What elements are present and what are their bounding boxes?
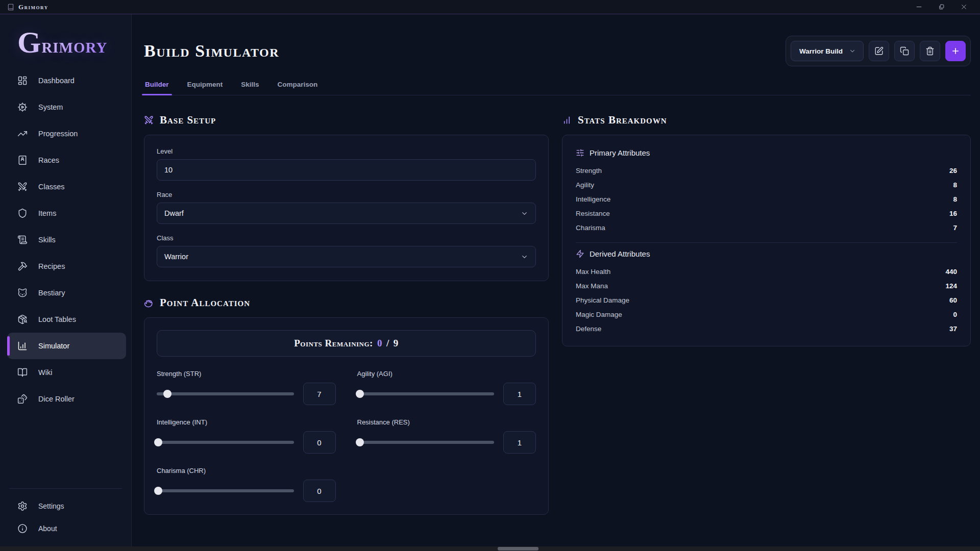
points-remaining-box: Points Remaining: 0 / 9 (157, 330, 536, 357)
sidebar-item-label: Wiki (38, 368, 52, 377)
derived-attributes-title: Derived Attributes (590, 249, 650, 258)
stats-right-column: Stats Breakdown Primary Attributes Stren… (562, 114, 971, 515)
sidebar-item-settings[interactable]: Settings (7, 495, 126, 517)
sidebar-item-label: Dashboard (38, 77, 75, 85)
charisma-slider-group: Charisma (CHR) 0 (157, 467, 336, 502)
sidebar-item-system[interactable]: System (7, 94, 126, 120)
strength-slider[interactable] (157, 392, 294, 395)
charisma-slider[interactable] (157, 489, 294, 492)
build-selector-dropdown[interactable]: Warrior Build (791, 41, 864, 61)
maximize-button[interactable] (930, 1, 952, 14)
delete-build-button[interactable] (920, 41, 940, 61)
minimize-button[interactable] (908, 1, 930, 14)
plus-icon (951, 46, 960, 56)
sidebar-item-about[interactable]: About (7, 517, 126, 540)
race-select[interactable]: Dwarf (157, 203, 536, 224)
sidebar-item-recipes[interactable]: Recipes (7, 253, 126, 280)
agility-value-box[interactable]: 1 (503, 383, 536, 405)
sidebar-item-classes[interactable]: Classes (7, 173, 126, 200)
sidebar-item-label: About (38, 524, 57, 533)
sidebar-item-progression[interactable]: Progression (7, 120, 126, 147)
crossed-swords-icon (144, 115, 154, 125)
tab-comparison[interactable]: Comparison (277, 81, 319, 95)
point-allocation-header: Point Allocation (144, 296, 549, 309)
agility-slider-thumb[interactable] (356, 390, 364, 398)
horizontal-scrollbar[interactable] (0, 546, 980, 551)
stat-row-defense: Defense 37 (576, 321, 957, 336)
stat-label: Defense (576, 325, 601, 333)
duplicate-build-button[interactable] (894, 41, 915, 61)
sidebar-item-races[interactable]: Races (7, 147, 126, 173)
stat-value: 124 (945, 282, 957, 290)
sidebar-item-bestiary[interactable]: Bestiary (7, 280, 126, 306)
horizontal-scrollbar-thumb[interactable] (498, 547, 538, 550)
intelligence-slider-label: Intelligence (INT) (157, 418, 336, 426)
edit-build-button[interactable] (869, 41, 889, 61)
stat-value: 7 (953, 224, 957, 232)
sidebar-item-items[interactable]: Items (7, 200, 126, 227)
stat-label: Resistance (576, 210, 610, 217)
tab-builder[interactable]: Builder (144, 81, 170, 95)
class-select[interactable]: Warrior (157, 246, 536, 267)
stat-row-max-health: Max Health 440 (576, 264, 957, 279)
charisma-value-box[interactable]: 0 (303, 480, 336, 502)
stat-row-max-mana: Max Mana 124 (576, 279, 957, 293)
stat-row-physical-damage: Physical Damage 60 (576, 293, 957, 307)
sidebar-item-skills[interactable]: Skills (7, 227, 126, 253)
resistance-slider-label: Resistance (RES) (357, 418, 536, 426)
info-icon (17, 523, 28, 534)
race-label: Race (157, 191, 536, 198)
titlebar-app-title: Grimory (18, 3, 48, 11)
resistance-value-box[interactable]: 1 (503, 431, 536, 454)
primary-attributes-header: Primary Attributes (576, 148, 957, 157)
base-setup-header: Base Setup (144, 114, 549, 127)
minimize-icon (916, 4, 922, 10)
crossed-swords-icon (17, 182, 28, 192)
sidebar-item-label: Loot Tables (38, 315, 76, 323)
sliders-icon (576, 148, 584, 157)
copy-icon (900, 46, 909, 56)
agility-slider[interactable] (357, 392, 495, 395)
build-selector-value: Warrior Build (799, 47, 843, 55)
class-field-group: Class Warrior (157, 234, 536, 267)
intelligence-slider[interactable] (157, 441, 294, 444)
chevron-down-icon (521, 210, 528, 217)
build-toolbar: Warrior Build (786, 36, 971, 66)
slider-grid: Strength (STR) 7 Agility (AGI) (157, 370, 536, 502)
intelligence-value-box[interactable]: 0 (303, 431, 336, 454)
open-book-icon (17, 367, 28, 378)
stat-label: Physical Damage (576, 296, 629, 304)
lightning-icon (576, 249, 584, 258)
sidebar-item-dice-roller[interactable]: Dice Roller (7, 386, 126, 412)
edit-pencil-icon (874, 46, 884, 56)
resistance-slider-group: Resistance (RES) 1 (357, 418, 536, 454)
points-remaining-label: Points Remaining: (294, 338, 373, 349)
derived-attributes-header: Derived Attributes (576, 249, 957, 258)
close-button[interactable] (952, 1, 975, 14)
resistance-slider[interactable] (357, 441, 495, 444)
book-user-icon (17, 155, 28, 165)
sidebar-item-loot-tables[interactable]: Loot Tables (7, 306, 126, 333)
sidebar-item-label: Items (38, 209, 56, 217)
tab-skills[interactable]: Skills (240, 81, 260, 95)
sidebar-item-dashboard[interactable]: Dashboard (7, 67, 126, 94)
sidebar-divider (9, 488, 122, 489)
stat-row-charisma: Charisma 7 (576, 220, 957, 235)
new-build-button[interactable] (945, 41, 966, 61)
intelligence-slider-thumb[interactable] (154, 438, 162, 446)
stats-breakdown-header: Stats Breakdown (562, 114, 971, 127)
stat-label: Max Health (576, 268, 610, 276)
package-search-icon (17, 314, 28, 324)
tab-equipment[interactable]: Equipment (186, 81, 224, 95)
resistance-slider-thumb[interactable] (356, 438, 364, 446)
stat-value: 16 (949, 210, 957, 217)
strength-value-box[interactable]: 7 (303, 383, 336, 405)
bar-chart-icon (17, 341, 28, 351)
charisma-slider-thumb[interactable] (154, 487, 162, 495)
sidebar-item-simulator[interactable]: Simulator (7, 333, 126, 359)
sidebar-item-wiki[interactable]: Wiki (7, 359, 126, 386)
close-icon (961, 4, 967, 10)
points-used-value: 0 (377, 338, 382, 349)
level-input[interactable] (157, 159, 536, 181)
strength-slider-thumb[interactable] (163, 390, 172, 398)
